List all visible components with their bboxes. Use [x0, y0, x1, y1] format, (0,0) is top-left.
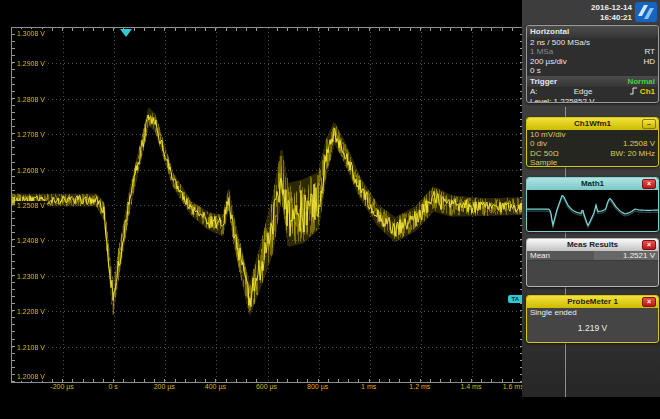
trigger-title: Trigger — [530, 77, 557, 87]
meas-results-panel[interactable]: Meas Results × Mean 1.2521 V — [526, 238, 659, 287]
probemeter-mode: Single ended — [530, 308, 577, 318]
x-axis-label: 1.4 ms — [460, 382, 481, 391]
trigger-type: Edge — [574, 87, 593, 97]
trigger-source-prefix: A: — [530, 87, 538, 97]
meas-label: Mean — [527, 251, 594, 261]
x-axis-label: 0 s — [109, 382, 118, 391]
close-icon[interactable]: × — [642, 297, 656, 307]
math1-panel[interactable]: Math1 × — [526, 177, 659, 232]
minimize-icon[interactable]: – — [642, 119, 656, 129]
x-axis-labels: -200 µs0 s200 µs400 µs600 µs800 µs1 ms1.… — [11, 382, 524, 392]
meas-row-mean: Mean 1.2521 V — [527, 251, 658, 262]
ch1-position: 0 div — [530, 139, 547, 149]
y-axis-label: 1.2108 V — [15, 343, 47, 352]
trigger-source-channel: Ch1 — [640, 87, 655, 96]
record-length-row: 1 MSa RT — [527, 47, 658, 57]
meas-header: Meas Results × — [527, 239, 658, 251]
x-axis-label: 800 µs — [307, 382, 328, 391]
trigger-source-row: A: Edge Ch1 — [527, 87, 658, 97]
y-axis-label: 1.2608 V — [15, 166, 47, 175]
y-axis-label: 1.3008 V — [15, 29, 47, 38]
horizontal-title: Horizontal — [530, 27, 569, 37]
close-icon[interactable]: × — [642, 179, 656, 189]
meas-title: Meas Results — [567, 240, 618, 249]
trigger-level-label: Level: — [530, 97, 551, 104]
math1-preview-canvas — [527, 190, 658, 231]
horizontal-trigger-panel[interactable]: Horizontal 2 ns / 500 MSa/s 1 MSa RT 200… — [526, 25, 659, 103]
probemeter-value: 1.219 V — [527, 324, 658, 334]
math1-title: Math1 — [581, 179, 604, 188]
timebase-row: 200 µs/div HD — [527, 57, 658, 67]
trigger-header: Trigger Normal — [527, 76, 658, 88]
position-row: 0 s — [527, 66, 658, 76]
realtime-badge: RT — [644, 47, 655, 57]
ch1-offset-row: 0 div 1.2508 V — [527, 139, 658, 149]
y-axis-label: 1.2508 V — [15, 201, 47, 210]
sidebar: 2016-12-14 16:40:21 Horizontal 2 ns / 50… — [522, 0, 660, 397]
meas-value: 1.2521 V — [594, 251, 658, 261]
x-axis-label: 600 µs — [256, 382, 277, 391]
horizontal-header: Horizontal — [527, 26, 658, 38]
trigger-level-marker[interactable]: TA — [508, 295, 522, 303]
edge-slope-icon — [629, 87, 638, 95]
ch1-offset: 1.2508 V — [623, 139, 655, 149]
ch1-header: Ch1Wfm1 – — [527, 118, 658, 130]
y-axis-label: 1.2008 V — [15, 372, 47, 381]
trigger-mode: Normal — [627, 77, 655, 87]
close-icon[interactable]: × — [642, 240, 656, 250]
rohde-schwarz-logo — [635, 2, 657, 22]
oscilloscope-screen: TA 1.3008 V1.2908 V1.2808 V1.2708 V1.260… — [0, 0, 660, 419]
y-axis-label: 1.2408 V — [15, 236, 47, 245]
y-axis-label: 1.2308 V — [15, 272, 47, 281]
ch1-panel[interactable]: Ch1Wfm1 – 10 mV/div 0 div 1.2508 V DC 50… — [526, 117, 659, 167]
ch1-bandwidth: BW: 20 MHz — [610, 149, 655, 159]
y-axis-label: 1.2208 V — [15, 307, 47, 316]
timebase-value: 200 µs/div — [530, 57, 567, 67]
sample-rate-row: 2 ns / 500 MSa/s — [527, 38, 658, 48]
ch1-title: Ch1Wfm1 — [574, 119, 611, 128]
logo-glyph — [635, 2, 657, 22]
x-axis-label: 1 ms — [361, 382, 376, 391]
datetime-display: 2016-12-14 16:40:21 — [591, 3, 632, 23]
y-axis-label: 1.2808 V — [15, 95, 47, 104]
hd-badge: HD — [643, 57, 655, 67]
trigger-source-group: Ch1 — [629, 87, 655, 97]
probemeter-mode-row: Single ended — [527, 308, 658, 318]
trigger-level-value: 1.225852 V — [554, 97, 595, 104]
trigger-level-row: Level: 1.225852 V — [527, 97, 658, 104]
ch1-acq-mode: Sample — [530, 158, 557, 167]
waveform-canvas — [12, 28, 523, 382]
x-axis-label: 1.6 ms — [503, 382, 524, 391]
graticule: TA 1.3008 V1.2908 V1.2808 V1.2708 V1.260… — [11, 27, 524, 383]
trigger-position-marker[interactable] — [120, 29, 132, 37]
probemeter-title: ProbeMeter 1 — [567, 297, 618, 306]
ch1-scale: 10 mV/div — [530, 130, 566, 140]
time-text: 16:40:21 — [591, 13, 632, 23]
math1-header: Math1 × — [527, 178, 658, 190]
y-axis-label: 1.2908 V — [15, 59, 47, 68]
y-axis-label: 1.2708 V — [15, 130, 47, 139]
trigger-level-text: Level: 1.225852 V — [530, 97, 595, 104]
x-axis-label: 1.2 ms — [409, 382, 430, 391]
probemeter-header: ProbeMeter 1 × — [527, 296, 658, 308]
probemeter-panel[interactable]: ProbeMeter 1 × Single ended 1.219 V — [526, 295, 659, 343]
x-axis-label: 200 µs — [154, 382, 175, 391]
sample-rate-value: 2 ns / 500 MSa/s — [530, 38, 590, 48]
x-axis-label: -200 µs — [50, 382, 74, 391]
ch1-coupling: DC 50Ω — [530, 149, 559, 159]
ch1-mode-row: Sample — [527, 158, 658, 167]
date-text: 2016-12-14 — [591, 3, 632, 13]
ch1-coupling-row: DC 50Ω BW: 20 MHz — [527, 149, 658, 159]
position-value: 0 s — [530, 66, 541, 76]
x-axis-label: 400 µs — [205, 382, 226, 391]
ch1-scale-row: 10 mV/div — [527, 130, 658, 140]
record-length-value: 1 MSa — [530, 47, 553, 57]
